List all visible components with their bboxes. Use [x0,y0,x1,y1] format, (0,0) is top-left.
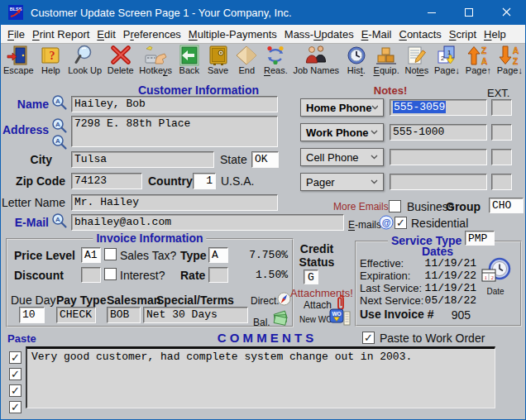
comment-row-checkbox-2[interactable] [9,368,22,380]
notes-pad-icon [405,45,428,66]
more-emails-label[interactable]: More Emails [333,201,389,212]
service-type-input[interactable]: PMP [465,231,495,246]
toolbar-escape-button[interactable]: Escape [3,45,34,75]
date-calendar-clock-icon[interactable]: 12 [478,257,513,287]
interest-label: Interest? [120,269,165,282]
toolbar-job-names-button[interactable]: Job Names [293,45,339,75]
due-day-input[interactable]: 10 [19,307,45,323]
pay-type-input[interactable]: CHECK [56,307,96,323]
comments-header: C O M M E N T S [183,331,348,345]
interest-checkbox[interactable] [104,268,117,280]
phone-input-3[interactable] [390,149,487,165]
name-lookup-icon[interactable]: A [51,94,68,111]
toolbar-page-up-button[interactable]: ZA Page↑ [466,45,491,75]
country-input[interactable]: 1 [193,173,216,189]
special-terms-label: Special/Terms [156,294,234,307]
toolbar-reassign-button[interactable]: Reas. [264,45,288,75]
new-wo-label: New WO [299,315,332,324]
due-day-label: Due Day [11,294,55,307]
menu-script[interactable]: Script [449,28,476,41]
discount-input[interactable] [81,267,101,283]
expiration-date: 11/19/22 [408,270,476,282]
phone-type-dropdown-2[interactable]: Work Phone [300,123,384,141]
comment-row-checkbox-4[interactable] [9,401,22,413]
menu-print-report[interactable]: Print Report [32,28,89,41]
name-input[interactable]: Hailey, Bob [71,96,278,112]
toolbar-hotkeys-button[interactable]: Hotkeys [139,45,172,75]
group-input[interactable]: CHO [489,198,524,213]
address-lookup-icon[interactable]: A [51,117,68,134]
maximize-button[interactable] [451,0,488,25]
sales-tax-checkbox[interactable] [104,248,117,260]
phone-input-2[interactable]: 555-1000 [390,124,487,141]
menu-help[interactable]: Help [484,28,506,41]
phone-ext-input-3[interactable] [491,149,512,165]
toolbar-history-button[interactable]: Hist. [345,45,368,75]
chevron-down-icon [371,179,378,184]
address2-lookup-icon[interactable]: A [51,134,68,150]
at-email-icon[interactable]: @ [379,215,394,230]
balance-label: Bal. [253,317,270,328]
toolbar-lookup-button[interactable]: Look Up [68,45,102,75]
toolbar-save-button[interactable]: Save [207,45,230,75]
svg-text:A: A [55,137,60,145]
history-clock-icon [345,45,368,66]
salesman-input[interactable]: BOB [107,307,141,323]
phone-type-dropdown-1[interactable]: Home Phone [300,98,384,117]
phone-input-4[interactable] [390,174,487,190]
minimize-button[interactable] [414,0,451,25]
city-input[interactable]: Tulsa [71,151,214,168]
toolbar-back-button[interactable]: Back [178,45,201,75]
rate-input[interactable] [208,267,228,283]
comment-row-checkbox-1[interactable] [9,351,22,364]
menu-contacts[interactable]: Contacts [399,28,441,41]
new-work-order-icon[interactable]: WO [329,308,351,327]
comment-row-checkbox-3[interactable] [9,384,22,397]
tax-type-input[interactable]: A [208,247,228,263]
menu-preferences[interactable]: Preferences [123,28,181,41]
phone-ext-input-2[interactable] [491,124,512,141]
paste-to-work-order-checkbox[interactable] [362,332,375,344]
phone-ext-input-1[interactable] [491,99,512,116]
price-level-input[interactable]: A1 [81,247,101,263]
country-label: Country [148,174,193,188]
zip-code-input[interactable]: 74123 [71,173,142,189]
state-input[interactable]: OK [251,151,279,168]
recycle-arrows-icon [264,45,287,66]
letter-name-input[interactable]: Mr. Hailey [71,194,278,211]
phone-type-dropdown-3[interactable]: Cell Phone [300,148,384,166]
toolbar-delete-button[interactable]: Delete [108,45,134,75]
toolbar-page-down-sort-button[interactable]: AZ Page↓ [497,45,523,75]
special-terms-input[interactable]: Net 30 Days [143,307,248,323]
menu-email[interactable]: E-Mail [361,28,392,41]
phone-type-dropdown-4[interactable]: Pager [300,173,384,191]
price-level-label: Price Level [14,249,75,262]
email-input[interactable]: bhailey@aol.com [71,214,344,231]
credit-status-input[interactable]: G [304,270,318,284]
chevron-down-icon [371,155,378,160]
svg-text:Z: Z [481,46,486,55]
toolbar-equipment-button[interactable]: Equip. [374,45,399,75]
letter-name-label: Letter Name [1,196,65,209]
business-checkbox[interactable] [389,200,401,212]
menu-file[interactable]: File [7,28,25,41]
residential-checkbox[interactable] [394,217,407,229]
phone-input-1[interactable]: 555-3059 [390,99,487,116]
close-button[interactable] [488,0,525,25]
menu-mass-updates[interactable]: Mass-Updates [285,28,354,41]
toolbar-help-button[interactable]: ? Help [39,45,62,75]
sales-tax-label: Sales Tax? [120,249,176,262]
invoice-info-header: Invoice Information [93,231,206,245]
toolbar-page-down-button[interactable]: 21 Page↓ [434,45,460,75]
comments-textarea[interactable]: Very good customer, had complete system … [26,346,495,408]
cash-balance-icon[interactable] [269,310,292,327]
email-lookup-icon[interactable]: A [51,212,68,229]
toolbar-end-button[interactable]: End [235,45,258,75]
menu-multiple-payments[interactable]: Multiple-Payments [189,28,277,41]
address-input[interactable]: 7298 E. 88th Place [71,116,278,147]
menu-edit[interactable]: Edit [97,28,115,41]
phone-ext-input-4[interactable] [491,174,512,190]
effective-label: Effective: [360,257,404,270]
toolbar-notes-button[interactable]: Notes [404,45,428,75]
magnifier-icon [74,45,97,66]
